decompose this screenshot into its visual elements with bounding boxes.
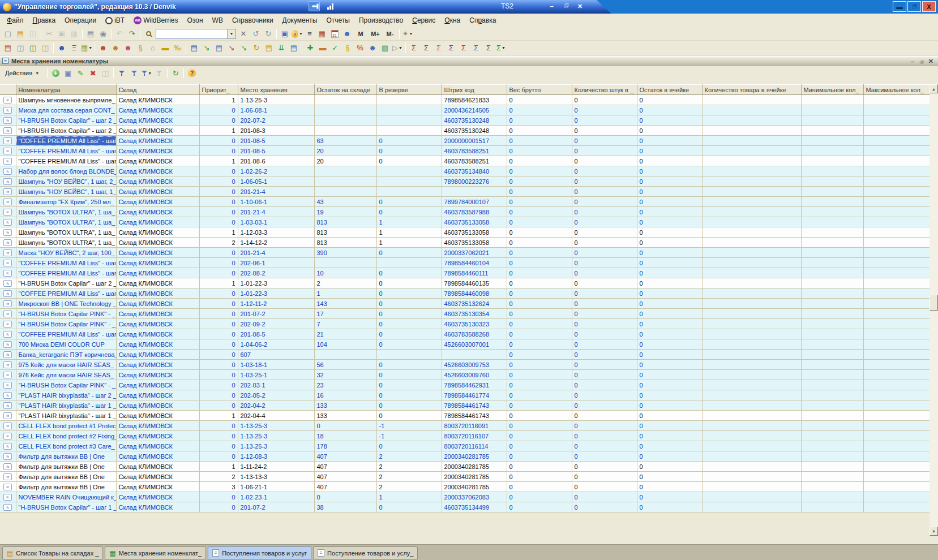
- cell-min_qty[interactable]: [801, 166, 863, 176]
- cell-cell_stock[interactable]: 0: [637, 309, 702, 319]
- scroll-thumb[interactable]: [930, 295, 938, 311]
- menu-item-wildberries[interactable]: WBWildBerries: [129, 15, 182, 26]
- cell-location[interactable]: 202-08-2: [238, 268, 314, 278]
- cell-stock[interactable]: 43: [314, 197, 376, 207]
- menu-item-ibt[interactable]: iBT: [101, 15, 129, 26]
- report-sigma-5-button[interactable]: Σ: [457, 42, 470, 54]
- cell-min_qty[interactable]: [801, 451, 863, 462]
- table-row[interactable]: ≈"H-BRUSH Botox Capilar PINK" - _Склад К…: [0, 380, 930, 390]
- cell-gross[interactable]: 0: [507, 472, 572, 482]
- cell-barcode[interactable]: 4603735133058: [442, 227, 507, 238]
- cell-reserve[interactable]: 0: [376, 411, 442, 421]
- cell-name[interactable]: "H-BRUSH Botox Capilar" - шаг 2 _: [16, 126, 116, 136]
- cell-reserve[interactable]: 0: [376, 441, 442, 451]
- cell-name[interactable]: "H-BRUSH Botox Capilar" - шаг 2 _: [16, 115, 116, 126]
- record-icon-cell[interactable]: ≈: [0, 390, 16, 400]
- cell-priority[interactable]: 0: [199, 370, 238, 380]
- cell-max_qty[interactable]: [863, 370, 930, 380]
- cell-warehouse[interactable]: Склад КЛИМОВСК: [116, 350, 199, 360]
- buyer-doc-button[interactable]: ▤: [213, 42, 225, 54]
- cell-location[interactable]: 201-08-5: [238, 146, 314, 156]
- table-row[interactable]: ≈"COFFEE PREMIUM All Liss" - шаг_Склад К…: [0, 258, 930, 268]
- cell-reserve[interactable]: [376, 176, 442, 187]
- table-row[interactable]: ≈Банка_kerarganic ПЭТ коричнева_Склад КЛ…: [0, 350, 930, 360]
- cell-stock[interactable]: 1: [314, 288, 376, 299]
- cell-warehouse[interactable]: Склад КЛИМОВСК: [116, 238, 199, 248]
- cell-priority[interactable]: 1: [199, 462, 238, 472]
- cell-location[interactable]: 1-13-25-3: [238, 95, 314, 105]
- cell-pieces[interactable]: 0: [572, 492, 637, 502]
- cell-reserve[interactable]: [376, 126, 442, 136]
- cell-warehouse[interactable]: Склад КЛИМОВСК: [116, 115, 199, 126]
- cell-name[interactable]: Шампунь "BOTOX ULTRA", 1 ша_: [16, 217, 116, 227]
- cell-min_qty[interactable]: [801, 115, 863, 126]
- record-icon-cell[interactable]: ≈: [0, 431, 16, 441]
- cell-cell_qty[interactable]: [702, 207, 801, 217]
- cell-name[interactable]: Финализатор "FX Крим", 250 мл_: [16, 197, 116, 207]
- column-header-priority[interactable]: Приорит_: [199, 85, 238, 95]
- kkm-copy-button[interactable]: ◫: [39, 42, 52, 54]
- cell-cell_qty[interactable]: [702, 156, 801, 166]
- cell-pieces[interactable]: 0: [572, 197, 637, 207]
- cell-stock[interactable]: [314, 350, 376, 360]
- cell-max_qty[interactable]: [863, 441, 930, 451]
- cell-max_qty[interactable]: [863, 258, 930, 268]
- table-row[interactable]: ≈"PLAST HAIR bixyplastia" - шаг 1 _Склад…: [0, 400, 930, 411]
- cell-pieces[interactable]: 0: [572, 380, 637, 390]
- cell-barcode[interactable]: 2000000001517: [442, 136, 507, 146]
- cell-cell_qty[interactable]: [702, 319, 801, 329]
- cell-max_qty[interactable]: [863, 146, 930, 156]
- cell-reserve[interactable]: 0: [376, 299, 442, 309]
- help-button[interactable]: ?: [186, 67, 198, 79]
- cell-max_qty[interactable]: [863, 187, 930, 197]
- cell-name[interactable]: "COFFEE PREMIUM All Liss" - шаг_: [16, 258, 116, 268]
- cell-location[interactable]: 201-08-5: [238, 329, 314, 339]
- cell-cell_stock[interactable]: 0: [637, 431, 702, 441]
- cell-name[interactable]: CELL FLEX bond protect #3 Care_: [16, 441, 116, 451]
- cell-cell_qty[interactable]: [702, 370, 801, 380]
- cell-priority[interactable]: 0: [199, 380, 238, 390]
- cell-max_qty[interactable]: [863, 207, 930, 217]
- cell-cell_stock[interactable]: 0: [637, 492, 702, 502]
- cell-barcode[interactable]: 8003720116114: [442, 441, 507, 451]
- cell-min_qty[interactable]: [801, 126, 863, 136]
- cell-warehouse[interactable]: Склад КЛИМОВСК: [116, 299, 199, 309]
- cell-max_qty[interactable]: [863, 329, 930, 339]
- coins-list-button[interactable]: §: [134, 42, 147, 54]
- cell-cell_stock[interactable]: 0: [637, 390, 702, 400]
- cell-gross[interactable]: 0: [507, 197, 572, 207]
- table-row[interactable]: ≈"PLAST HAIR bixyplastia" - шаг 2 _Склад…: [0, 390, 930, 400]
- cell-priority[interactable]: 1: [199, 227, 238, 238]
- cell-barcode[interactable]: 4603735132624: [442, 299, 507, 309]
- counterparties-button[interactable]: ☻: [55, 42, 68, 54]
- cell-stock[interactable]: 390: [314, 248, 376, 258]
- cell-gross[interactable]: 0: [507, 360, 572, 370]
- record-icon-cell[interactable]: ≈: [0, 227, 16, 238]
- cell-reserve[interactable]: [376, 105, 442, 115]
- cell-name[interactable]: Набор для волос блонд BLONDE_: [16, 166, 116, 176]
- cell-barcode[interactable]: 7898584460098: [442, 288, 507, 299]
- table-row[interactable]: ≈Шампунь "BOTOX ULTRA", 1 ша_Склад КЛИМО…: [0, 238, 930, 248]
- scroll-down-button[interactable]: ▼: [930, 527, 938, 536]
- cell-max_qty[interactable]: [863, 115, 930, 126]
- print-preview-button[interactable]: ◉: [97, 28, 109, 40]
- cell-warehouse[interactable]: Склад КЛИМОВСК: [116, 411, 199, 421]
- cell-max_qty[interactable]: [863, 421, 930, 431]
- cell-reserve[interactable]: 0: [376, 278, 442, 288]
- customer-order-button[interactable]: ☻: [97, 42, 109, 54]
- cell-stock[interactable]: [314, 126, 376, 136]
- cell-gross[interactable]: 0: [507, 370, 572, 380]
- cell-name[interactable]: "COFFEE PREMIUM All Liss" - шаг_: [16, 146, 116, 156]
- cell-reserve[interactable]: [376, 187, 442, 197]
- cell-cell_qty[interactable]: [702, 187, 801, 197]
- cell-name[interactable]: 976 Кейс для маски HAIR SEAS_: [16, 370, 116, 380]
- cell-cell_qty[interactable]: [702, 329, 801, 339]
- cell-pieces[interactable]: 0: [572, 339, 637, 350]
- cell-cell_qty[interactable]: [702, 95, 801, 105]
- cell-max_qty[interactable]: [863, 278, 930, 288]
- record-icon-cell[interactable]: ≈: [0, 380, 16, 390]
- cell-location[interactable]: 1-14-12-2: [238, 238, 314, 248]
- record-icon-cell[interactable]: ≈: [0, 400, 16, 411]
- cell-reserve[interactable]: 0: [376, 380, 442, 390]
- menu-item-операции[interactable]: Операции: [60, 15, 101, 26]
